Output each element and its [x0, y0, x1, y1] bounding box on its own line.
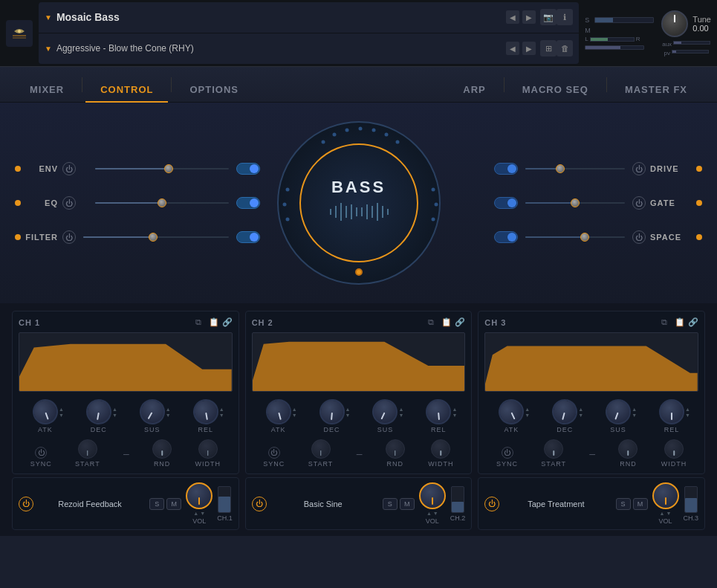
ch3-atk-up[interactable]: ▲ [525, 407, 530, 412]
delete-btn[interactable]: 🗑 [557, 40, 573, 56]
env-toggle[interactable] [236, 163, 260, 175]
fx3-vol-up[interactable]: ▲ [660, 511, 665, 516]
fx2-vol-knob[interactable] [419, 482, 446, 509]
filter-power-btn[interactable]: ⏻ [62, 230, 76, 244]
ch2-paste-icon[interactable]: 📋 [441, 317, 452, 328]
ch3-paste-icon[interactable]: 📋 [675, 317, 685, 328]
ch3-rel-knob[interactable] [659, 399, 684, 424]
ch2-rel-up[interactable]: ▲ [452, 407, 457, 412]
ch1-paste-icon[interactable]: 📋 [209, 317, 219, 328]
ch3-rnd-knob[interactable] [618, 439, 637, 459]
camera-btn[interactable]: 📷 [540, 9, 557, 25]
ch2-start-knob[interactable] [311, 439, 331, 459]
ch3-atk-down[interactable]: ▼ [525, 413, 530, 418]
tab-master-fx[interactable]: MASTER FX [610, 78, 702, 103]
drive-toggle[interactable] [494, 163, 518, 175]
ch2-sus-down[interactable]: ▼ [399, 413, 404, 418]
eq-slider[interactable] [95, 202, 229, 204]
ch3-width-knob[interactable] [664, 439, 684, 459]
ch1-sus-knob[interactable] [135, 395, 169, 429]
ch2-sus-up[interactable]: ▲ [399, 407, 404, 412]
ch1-dec-up[interactable]: ▲ [112, 407, 117, 412]
tab-options[interactable]: OPTIONS [175, 78, 253, 103]
ch1-sus-down[interactable]: ▼ [166, 413, 171, 418]
ch1-sus-up[interactable]: ▲ [166, 407, 171, 412]
ch2-width-knob[interactable] [431, 439, 450, 459]
ch1-dec-down[interactable]: ▼ [112, 413, 117, 418]
ch1-copy-icon[interactable]: ⧉ [195, 317, 206, 328]
fx2-m-btn[interactable]: M [400, 498, 415, 510]
ch2-dec-down[interactable]: ▼ [345, 413, 351, 418]
eq-power-btn[interactable]: ⏻ [62, 196, 76, 210]
ch3-atk-knob[interactable] [495, 395, 528, 428]
fx2-s-btn[interactable]: S [383, 498, 398, 510]
ch3-dec-up[interactable]: ▲ [578, 407, 583, 412]
save-btn[interactable]: ⊞ [540, 40, 557, 56]
ch2-rnd-knob[interactable] [386, 439, 405, 459]
fx1-m-btn[interactable]: M [166, 498, 181, 510]
tab-mixer[interactable]: MIXER [15, 78, 79, 103]
ch1-dec-knob[interactable] [84, 397, 113, 426]
ch2-dec-knob[interactable] [318, 398, 345, 426]
ch3-sus-up[interactable]: ▲ [632, 407, 637, 412]
fx1-vol-knob[interactable] [186, 482, 212, 509]
ch2-sync-power[interactable]: ⏻ [268, 447, 280, 459]
fx1-power-btn[interactable]: ⏻ [19, 497, 33, 511]
ch3-start-knob[interactable] [544, 439, 563, 459]
ch2-rel-knob[interactable] [425, 398, 452, 426]
ch2-rel-down[interactable]: ▼ [452, 413, 457, 418]
space-slider[interactable] [525, 236, 625, 238]
instrument-nav[interactable]: ◀ ▶ [506, 10, 536, 24]
ch2-atk-down[interactable]: ▼ [292, 413, 297, 418]
fx1-vol-up[interactable]: ▲ [193, 511, 198, 516]
fx2-vol-up[interactable]: ▲ [426, 511, 432, 516]
ch1-atk-down[interactable]: ▼ [59, 413, 64, 418]
ch3-dec-knob[interactable] [549, 396, 580, 427]
ch2-dec-up[interactable]: ▲ [345, 407, 351, 412]
fx2-power-btn[interactable]: ⏻ [252, 497, 267, 511]
fx1-vol-down[interactable]: ▼ [200, 511, 205, 516]
ch1-start-knob[interactable] [78, 439, 97, 459]
ch2-atk-up[interactable]: ▲ [292, 407, 297, 412]
ch3-link-icon[interactable]: 🔗 [688, 317, 698, 328]
space-power-btn[interactable]: ⏻ [632, 230, 646, 244]
ch2-link-icon[interactable]: 🔗 [455, 317, 465, 328]
fx1-s-btn[interactable]: S [149, 498, 164, 510]
ch1-rel-up[interactable]: ▲ [219, 407, 224, 412]
space-toggle[interactable] [494, 231, 518, 243]
ch3-sync-power[interactable]: ⏻ [502, 447, 513, 459]
fx3-vol-down[interactable]: ▼ [666, 511, 672, 516]
drive-slider[interactable] [525, 168, 625, 169]
fx3-s-btn[interactable]: S [616, 498, 631, 510]
instrument-next-btn[interactable]: ▶ [522, 10, 536, 24]
preset-next-btn[interactable]: ▶ [522, 42, 536, 55]
tune-knob[interactable] [661, 10, 688, 37]
env-power-btn[interactable]: ⏻ [62, 162, 76, 175]
drive-power-btn[interactable]: ⏻ [632, 162, 646, 175]
preset-prev-btn[interactable]: ◀ [506, 42, 519, 55]
filter-slider[interactable] [83, 236, 229, 238]
ch1-link-icon[interactable]: 🔗 [222, 317, 233, 328]
ch3-sus-knob[interactable] [602, 395, 635, 428]
fx2-vol-down[interactable]: ▼ [433, 511, 438, 516]
ch1-atk-knob[interactable] [29, 395, 62, 428]
tab-control[interactable]: CONTROL [85, 78, 168, 103]
env-slider[interactable] [95, 168, 229, 169]
eq-toggle[interactable] [236, 197, 260, 209]
gate-slider[interactable] [525, 202, 625, 204]
ch1-width-knob[interactable] [198, 439, 218, 459]
ch1-rel-knob[interactable] [191, 397, 220, 426]
fx3-m-btn[interactable]: M [633, 498, 648, 510]
ch2-sus-knob[interactable] [369, 395, 402, 428]
info-btn[interactable]: ℹ [557, 9, 573, 25]
ch1-atk-up[interactable]: ▲ [59, 407, 64, 412]
ch3-rel-up[interactable]: ▲ [685, 407, 690, 412]
gate-power-btn[interactable]: ⏻ [632, 196, 646, 210]
ch3-dec-down[interactable]: ▼ [578, 413, 583, 418]
fx3-power-btn[interactable]: ⏻ [484, 497, 499, 511]
ch2-atk-knob[interactable] [263, 396, 294, 427]
ch3-sus-down[interactable]: ▼ [632, 413, 637, 418]
preset-nav[interactable]: ◀ ▶ [506, 42, 536, 55]
ch3-rel-down[interactable]: ▼ [685, 413, 690, 418]
instrument-prev-btn[interactable]: ◀ [506, 10, 519, 24]
